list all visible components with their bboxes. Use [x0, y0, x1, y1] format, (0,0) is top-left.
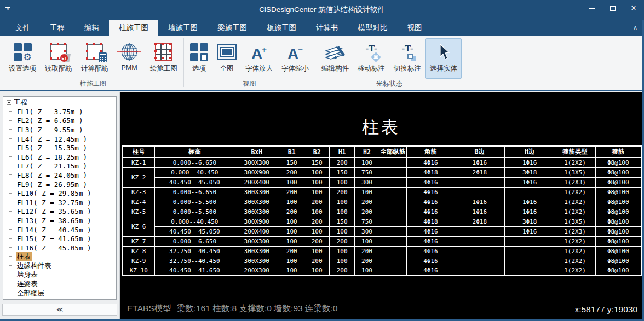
view-options-squares-icon	[190, 41, 208, 63]
tree-item-floor-1[interactable]: FL1( Z = 3.75m )	[9, 107, 116, 116]
table-cell	[455, 236, 504, 246]
font-increase-button[interactable]: A+ 字体放大	[241, 38, 277, 79]
tree-item-sheet[interactable]: 柱表	[9, 253, 116, 262]
tree-item-sheet[interactable]: 全部楼层	[9, 289, 116, 298]
tree-collapse-box-icon[interactable]	[7, 100, 12, 105]
table-cell: Φ8@100	[595, 246, 641, 256]
move-label-button[interactable]: -T- 移动标注	[353, 38, 389, 79]
settings-options-button[interactable]: ⚙ 设置选项	[4, 38, 41, 79]
tab-4[interactable]: 墙施工图	[158, 20, 208, 36]
tree-item-floor-5[interactable]: FL5( Z = 15.35m )	[9, 143, 116, 153]
table-cell: 300X900	[234, 217, 279, 226]
table-cell: 1Φ16	[504, 157, 555, 167]
tree-item-sheet[interactable]: 边缘构件表	[9, 261, 116, 271]
table-row: 40.450--45.050200X4001001001003004Φ161Φ1…	[122, 226, 641, 236]
table-cell	[504, 236, 555, 246]
table-cell	[380, 187, 407, 197]
table-cell	[504, 187, 555, 197]
tab-0[interactable]: 文件	[5, 20, 40, 36]
toggle-label-icon: -T-	[398, 41, 417, 63]
draw-drawing-button[interactable]: 绘施工图	[146, 38, 182, 79]
table-cell: 4Φ16	[406, 266, 455, 276]
tree-item-floor-13[interactable]: FL13( Z = 38.65m )	[9, 216, 116, 225]
tree-item-floor-12[interactable]: FL12( Z = 35.65m )	[9, 207, 116, 217]
tree-item-floor-3[interactable]: FL3( Z = 9.55m )	[9, 125, 116, 135]
tree-item-floor-2[interactable]: FL2( Z = 6.65m )	[9, 116, 116, 126]
tree-item-floor-7[interactable]: FL7( Z = 21.15m )	[9, 162, 116, 171]
read-rebar-button[interactable]: ET 读取配筋	[41, 38, 77, 79]
full-view-button[interactable]: 全图	[212, 38, 241, 79]
table-cell: 1Φ16	[455, 157, 504, 167]
pmm-button[interactable]: PMM	[113, 38, 146, 79]
panel-collapse-button[interactable]: ≪	[2, 304, 117, 316]
select-entity-button[interactable]: 选择实体	[426, 38, 462, 79]
table-cell	[380, 177, 407, 187]
table-cell: 100	[304, 187, 330, 197]
table-cell: 100	[279, 256, 304, 266]
tree-item-floor-11[interactable]: FL11( Z = 32.75m )	[9, 198, 116, 207]
table-header: B2	[304, 146, 330, 157]
maximize-button[interactable]	[602, 0, 623, 16]
ribbon-separator	[315, 38, 315, 87]
table-cell: 0.000--40.450	[155, 167, 234, 177]
tree-item-floor-4[interactable]: FL4( Z = 12.45m )	[9, 135, 116, 144]
table-cell: 4Φ16	[406, 256, 455, 266]
table-cell: 1(2X2)	[555, 157, 595, 167]
tab-7[interactable]: 计算书	[306, 20, 348, 36]
table-cell: 4Φ16	[406, 157, 455, 167]
tab-9[interactable]: 视图	[398, 20, 432, 36]
tree-item-floor-9[interactable]: FL9( Z = 26.95m )	[9, 180, 116, 189]
table-cell: 40.450--41.650	[155, 266, 234, 276]
column-section-calculator-icon	[87, 41, 103, 63]
tree-root-project[interactable]: 工程	[7, 98, 116, 107]
tree-item-sheet[interactable]: 连梁表	[9, 279, 116, 289]
tree-item-floor-15[interactable]: FL15( Z = 41.65m )	[9, 234, 116, 243]
tab-5[interactable]: 梁施工图	[208, 20, 257, 36]
collapse-ribbon-icon[interactable]: ∧	[633, 24, 637, 31]
table-cell: 200	[330, 236, 355, 246]
calc-rebar-button[interactable]: 计算配筋	[77, 38, 113, 79]
toggle-label-button[interactable]: -T- 切换标注	[389, 38, 426, 79]
tree-item-floor-6[interactable]: FL6( Z = 18.25m )	[9, 153, 116, 162]
table-header: 全部纵筋	[380, 146, 407, 157]
table-row: KZ-1040.450--41.650200X3001001002001004Φ…	[122, 266, 641, 276]
tab-2[interactable]: 编辑	[74, 20, 109, 36]
view-options-button[interactable]: 选项	[186, 38, 212, 79]
tree-item-floor-8[interactable]: FL8( Z = 24.05m )	[9, 171, 116, 180]
table-cell: 300	[355, 177, 380, 187]
table-cell: 200	[304, 236, 330, 246]
window-title: CiSDesignCenter 筑信达结构设计软件	[0, 0, 644, 20]
tab-3[interactable]: 柱施工图	[109, 20, 158, 36]
minimize-button[interactable]	[582, 0, 602, 16]
table-row: KZ-10.000--6.650300X3001501502001004Φ161…	[122, 157, 641, 167]
close-button[interactable]: ×	[623, 0, 644, 16]
tab-6[interactable]: 板施工图	[257, 20, 306, 36]
table-cell: 1Φ16	[455, 197, 504, 207]
tree-item-sheet[interactable]: 墙身表	[9, 271, 116, 280]
column-table-title: 柱表	[120, 116, 642, 139]
table-cell: Φ8@100	[595, 217, 641, 226]
table-cell: 32.750--40.450	[155, 246, 234, 256]
table-cell: 100	[304, 266, 330, 276]
table-cell	[380, 197, 407, 207]
tree-item-floor-16[interactable]: FL16( Z = 45.05m )	[9, 243, 116, 253]
drawing-canvas[interactable]: 柱表 柱号标高BxHB1B2H1H2全部纵筋角筋B边H边箍筋类型箍筋KZ-10.…	[120, 92, 642, 319]
project-tree: 工程FL1( Z = 3.75m )FL2( Z = 6.65m )FL3( Z…	[3, 96, 117, 300]
tree-item-floor-14[interactable]: FL14( Z = 40.45m )	[9, 225, 116, 235]
table-cell: 1(2X2)	[555, 246, 595, 256]
font-decrease-button[interactable]: A− 字体缩小	[277, 38, 313, 79]
table-cell: Φ8@100	[595, 157, 641, 167]
window-border-bottom	[0, 319, 644, 321]
table-cell: 200	[330, 266, 355, 276]
table-cell: 0.000--5.500	[155, 207, 234, 217]
table-cell: 1(2X3)	[555, 177, 595, 187]
table-cell: 3Φ18	[504, 167, 555, 177]
table-cell: 4Φ18	[406, 217, 455, 226]
model-status-text: ETABS模型梁数:161 柱数:8 支撑数:0 墙数:93 连梁数:0	[127, 303, 337, 314]
table-header: 箍筋类型	[555, 146, 595, 157]
table-cell: Φ8@100	[595, 226, 641, 236]
tab-1[interactable]: 工程	[40, 20, 74, 36]
tree-item-floor-10[interactable]: FL10( Z = 29.85m )	[9, 189, 116, 198]
edit-member-button[interactable]: 编辑构件	[317, 38, 353, 79]
tab-8[interactable]: 模型对比	[348, 20, 398, 36]
